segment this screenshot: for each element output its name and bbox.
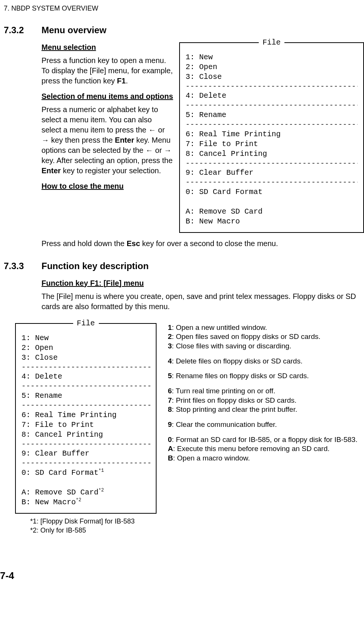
menu-item-open: 2: Open (22, 343, 152, 353)
menu-divider: ----------------------------------------… (22, 459, 152, 468)
menu-item-clear-buffer: 9: Clear Buffer (186, 168, 358, 178)
page-number: 7-4 (0, 569, 364, 582)
section-title-menu-overview: Menu overview (41, 24, 364, 36)
menu-item-ftp: 7: File to Print (22, 420, 152, 430)
menu-item-cancel-print: 8: Cancel Printing (22, 430, 152, 440)
menu-item-rtp: 6: Real Time Printing (22, 410, 152, 420)
menu-item-new-macro: B: New Macro*2 (22, 497, 152, 507)
file-menu-title: File (73, 319, 98, 328)
menu-item-sd-format: 0: SD Card Format (186, 187, 358, 197)
section-number: 7.3.3 (4, 260, 38, 272)
section-number: 7.3.2 (4, 24, 38, 36)
para-close-menu: Press and hold down the Esc key for over… (41, 239, 364, 249)
file-menu-box-top: File 1: New 2: Open 3: Close -----------… (179, 42, 364, 233)
menu-item-rtp: 6: Real Time Printing (186, 129, 358, 139)
menu-divider: ----------------------------------------… (22, 363, 152, 372)
menu-item-close: 3: Close (22, 353, 152, 363)
menu-item-sd-format: 0: SD Card Format*1 (22, 468, 152, 478)
para-f1-file: The [File] menu is where you create, ope… (41, 291, 364, 312)
menu-item-new: 1: New (186, 52, 358, 62)
sub-heading-f1-file: Function key F1: [File] menu (41, 278, 364, 288)
file-menu-descriptions: 1: Open a new untitled window. 2: Open f… (160, 323, 364, 535)
file-menu-box-bottom: File 1: New 2: Open 3: Close -----------… (15, 323, 157, 514)
menu-item-remove-sd: A: Remove SD Card (186, 207, 358, 217)
menu-item-new: 1: New (22, 333, 152, 343)
menu-divider: ----------------------------------------… (186, 101, 358, 110)
menu-divider: ----------------------------------------… (186, 120, 358, 129)
menu-divider: ----------------------------------------… (22, 401, 152, 410)
menu-item-delete: 4: Delete (22, 372, 152, 382)
menu-item-new-macro: B: New Macro (186, 217, 358, 226)
menu-divider: ----------------------------------------… (186, 159, 358, 168)
menu-divider: ----------------------------------------… (186, 82, 358, 91)
file-menu-title: File (259, 38, 284, 48)
menu-item-ftp: 7: File to Print (186, 139, 358, 149)
menu-item-open: 2: Open (186, 62, 358, 72)
menu-item-remove-sd: A: Remove SD Card*2 (22, 488, 152, 497)
footnote-1: *1: [Floppy Disk Format] for IB-583 (30, 517, 160, 526)
menu-divider: ----------------------------------------… (22, 440, 152, 449)
footnote-2: *2: Only for IB-585 (30, 526, 160, 535)
section-title-fnkey: Function key description (41, 260, 364, 272)
menu-item-delete: 4: Delete (186, 91, 358, 101)
menu-item-rename: 5: Rename (22, 391, 152, 401)
menu-item-rename: 5: Rename (186, 110, 358, 120)
menu-item-close: 3: Close (186, 72, 358, 82)
page-header: 7. NBDP SYSTEM OVERVIEW (4, 4, 364, 13)
menu-divider: ----------------------------------------… (22, 382, 152, 391)
menu-item-clear-buffer: 9: Clear Buffer (22, 449, 152, 459)
menu-divider: ----------------------------------------… (186, 178, 358, 187)
menu-item-cancel-print: 8: Cancel Printing (186, 149, 358, 159)
